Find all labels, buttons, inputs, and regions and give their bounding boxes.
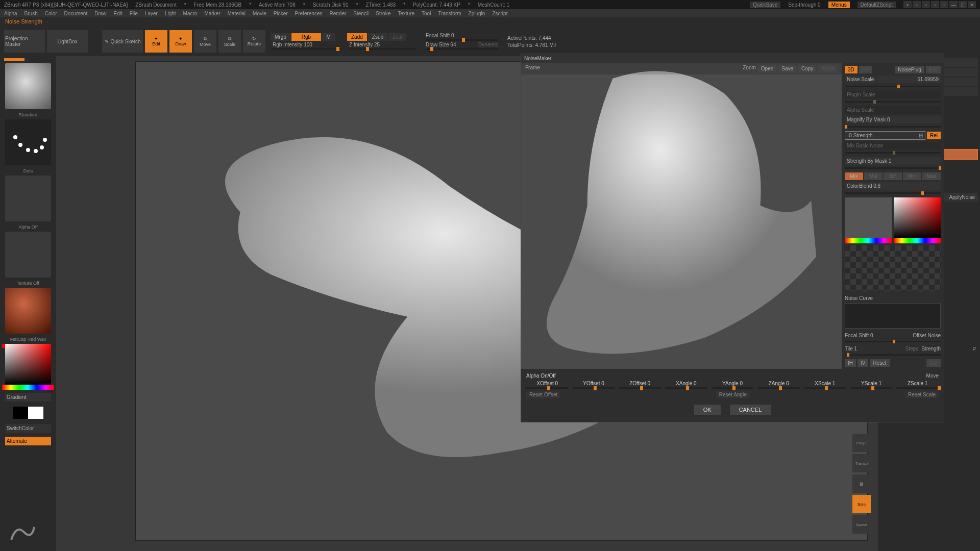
zangle-slider[interactable]: ZAngle 0 — [757, 381, 800, 389]
edit-button-dlg[interactable]: Edit — [926, 66, 941, 73]
preview-pane[interactable]: Frame Zoom Open Save Copy Paste — [521, 63, 842, 369]
solo-icon[interactable]: Solo — [852, 495, 871, 513]
yangle-slider[interactable]: YAngle 0 — [712, 381, 754, 389]
polyf-icon[interactable]: PolyF — [852, 434, 871, 452]
zscale-slider[interactable]: ZScale 1 — [896, 381, 939, 389]
win-icon-4[interactable]: ▫ — [931, 1, 939, 8]
strength-mask-row[interactable]: Strength By Mask 1 — [845, 157, 941, 165]
menu-tool[interactable]: Tool — [422, 11, 431, 16]
ok-button[interactable]: OK — [694, 405, 721, 415]
color-b[interactable] — [894, 197, 941, 238]
minimize-icon[interactable]: — — [949, 1, 958, 8]
material-thumbnail[interactable] — [5, 288, 51, 334]
menu-file[interactable]: File — [130, 11, 138, 16]
menu-color[interactable]: Color — [45, 11, 57, 16]
tile-label[interactable]: Tile 1 — [845, 346, 902, 352]
def-button[interactable]: Def — [926, 359, 941, 367]
3d-button[interactable]: 3D — [845, 66, 857, 73]
menu-picker[interactable]: Picker — [274, 11, 288, 16]
win-icon-5[interactable]: ▫ — [940, 1, 948, 8]
quicksketch-button[interactable]: ✎Quick Sketch — [102, 30, 143, 53]
focal-shift-dlg[interactable]: Focal Shift 0 — [845, 333, 910, 338]
zoom-label[interactable]: Zoom — [743, 65, 756, 72]
menu-render[interactable]: Render — [330, 11, 347, 16]
strength-label2[interactable]: Strength — [921, 346, 941, 352]
xscale-slider[interactable]: XScale 1 — [804, 381, 846, 389]
draw-button[interactable]: ✦Draw — [169, 30, 192, 53]
min-button[interactable]: Min — [903, 172, 921, 180]
quicksave-button[interactable]: QuickSave — [750, 2, 780, 8]
menu-material[interactable]: Material — [228, 11, 246, 16]
noise-curve[interactable] — [845, 303, 941, 329]
defaultscript-button[interactable]: DefaultZScript — [857, 2, 896, 8]
xangle-slider[interactable]: XAngle 0 — [665, 381, 707, 389]
menu-layer[interactable]: Layer — [145, 11, 158, 16]
rotate-button[interactable]: ↻Rotate — [243, 30, 265, 53]
open-button[interactable]: Open — [758, 65, 776, 72]
slider-handle-icon[interactable]: ⊟ — [919, 133, 923, 138]
panel-handle[interactable] — [4, 58, 24, 61]
win-icon-2[interactable]: ▫ — [913, 1, 921, 8]
menu-macro[interactable]: Macro — [183, 11, 198, 16]
reset-scale-button[interactable]: Reset Scale — [905, 391, 939, 398]
zadd-button[interactable]: Zadd — [347, 33, 367, 41]
ghost-icon[interactable]: ▦ — [852, 474, 871, 493]
color-picker[interactable] — [2, 344, 54, 390]
dif-button[interactable]: Dif — [884, 172, 902, 180]
zsub-button[interactable]: Zsub — [368, 33, 387, 41]
colorblend-row[interactable]: ColorBlend 0.6 — [845, 182, 941, 190]
draw-size-slider[interactable]: Draw Size 64 Dynamic — [424, 42, 500, 50]
max-button[interactable]: Max — [922, 172, 941, 180]
close-icon[interactable]: ✕ — [968, 1, 976, 8]
rgb-button[interactable]: Rgb — [291, 33, 321, 41]
z-intensity-slider[interactable]: Z Intensity 25 — [347, 42, 419, 50]
alpha-preview[interactable] — [845, 245, 941, 291]
mix-button[interactable]: Mix — [845, 172, 863, 180]
uv-button[interactable]: UV — [859, 66, 872, 73]
seethrough-slider[interactable]: See-through 0 — [788, 2, 820, 8]
alpha-onoff[interactable]: Alpha On/Off — [526, 373, 556, 379]
noise-scale-row[interactable]: Noise Scale51.69959 — [845, 76, 941, 83]
edit-button[interactable]: ✦Edit — [145, 30, 167, 53]
menu-draw[interactable]: Draw — [94, 11, 106, 16]
offset-noise[interactable]: Offset Noise — [913, 333, 941, 338]
menu-movie[interactable]: Movie — [253, 11, 266, 16]
lightbox-button[interactable]: LightBox — [47, 30, 88, 53]
switchcolor-button[interactable]: SwitchColor — [5, 424, 51, 433]
xoffset-slider[interactable]: XOffset 0 — [526, 381, 569, 389]
menu-stencil[interactable]: Stencil — [353, 11, 369, 16]
cancel-button[interactable]: CANCEL — [730, 405, 771, 415]
gradient-button[interactable]: Gradient — [5, 393, 51, 402]
scale-button[interactable]: ⧉Scale — [218, 30, 241, 53]
swatch-black[interactable] — [13, 407, 28, 419]
reset-button[interactable]: Reset — [870, 359, 889, 367]
strength-row[interactable]: -0 Strength⊟ — [845, 131, 925, 140]
menu-brush[interactable]: Brush — [24, 11, 38, 16]
color-a[interactable] — [845, 197, 892, 238]
fh-button[interactable]: fH — [845, 359, 856, 367]
projection-master-button[interactable]: Projection Master — [4, 30, 45, 53]
menu-zplugin[interactable]: Zplugin — [469, 11, 485, 16]
menu-marker[interactable]: Marker — [204, 11, 220, 16]
zoffset-slider[interactable]: ZOffset 0 — [619, 381, 661, 389]
win-icon-1[interactable]: ▪ — [903, 1, 912, 8]
menu-edit[interactable]: Edit — [114, 11, 122, 16]
menu-zscript[interactable]: Zscript — [492, 11, 507, 16]
yscale-slider[interactable]: YScale 1 — [850, 381, 893, 389]
menu-preferences[interactable]: Preferences — [295, 11, 323, 16]
xpose-icon[interactable]: Xpose — [852, 515, 871, 534]
menu-transform[interactable]: Transform — [438, 11, 461, 16]
noiseplug-button[interactable]: NoisePlug — [895, 66, 924, 73]
frame-label[interactable]: Frame — [525, 65, 540, 72]
move-button[interactable]: ⧉Move — [194, 30, 216, 53]
maximize-icon[interactable]: □ — [959, 1, 967, 8]
zcut-button[interactable]: Zcut — [388, 33, 406, 41]
m-button[interactable]: M — [322, 33, 334, 41]
swatch-white[interactable] — [28, 407, 43, 419]
save-button[interactable]: Save — [778, 65, 796, 72]
magnify-row[interactable]: Magnify By Mask 0 — [845, 116, 941, 123]
copy-button[interactable]: Copy — [798, 65, 816, 72]
transp-icon[interactable]: Transp — [852, 454, 871, 472]
stroke-thumbnail[interactable] — [5, 119, 51, 165]
move-label[interactable]: Move — [926, 373, 939, 379]
